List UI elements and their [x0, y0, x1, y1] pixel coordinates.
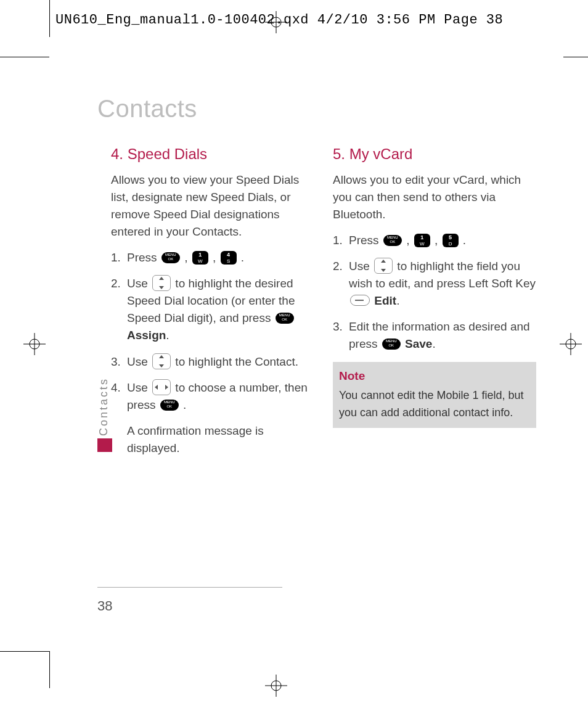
crop-mark [0, 651, 49, 652]
step-2: 2. Use to highlight the field you wish t… [333, 258, 536, 310]
step-text: Use [127, 381, 151, 394]
step-text: , [406, 234, 413, 247]
page-number: 38 [97, 598, 112, 614]
page-body: Contacts Contacts 4. Speed Dials Allows … [49, 57, 563, 651]
left-soft-key-icon [350, 295, 370, 306]
step-text: to highlight the Contact. [175, 355, 298, 368]
step-text: Press [349, 234, 382, 247]
menu-ok-key-icon [383, 235, 402, 246]
step-text: Edit the information as desired and pres… [349, 320, 530, 350]
step-1: 1. Press , 1W , 5D . [333, 232, 536, 249]
note-title: Note [339, 367, 530, 385]
step-number: 4. [111, 379, 127, 414]
menu-ok-key-icon [276, 313, 294, 324]
key-1-icon: 1W [414, 234, 430, 247]
menu-ok-key-icon [161, 252, 180, 263]
left-column: 4. Speed Dials Allows you to view your S… [111, 143, 314, 466]
section-heading-my-vcard: 5. My vCard [333, 143, 536, 165]
step-1: 1. Press , 1W , 4S . [111, 249, 314, 266]
crop-mark [0, 57, 49, 57]
nav-left-right-key-icon [152, 379, 171, 395]
crop-mark [49, 0, 50, 37]
side-tab-bar [97, 438, 112, 452]
step-2: 2. Use to highlight the desired Speed Di… [111, 275, 314, 344]
step-text: , [184, 251, 191, 264]
nav-up-down-key-icon [152, 353, 171, 369]
side-tab-label: Contacts [97, 375, 110, 436]
section-heading-speed-dials: 4. Speed Dials [111, 143, 314, 165]
step-text: . [432, 337, 435, 350]
edit-label: Edit [374, 294, 396, 307]
registration-mark-icon [265, 675, 287, 697]
crop-mark [49, 651, 50, 688]
registration-mark-icon [23, 333, 46, 355]
nav-up-down-key-icon [152, 275, 171, 291]
step-text: . [396, 294, 399, 307]
speed-dials-intro: Allows you to view your Speed Dials list… [111, 171, 314, 240]
step-text: Use [349, 260, 373, 273]
save-label: Save [405, 337, 432, 350]
step-3: 3. Use to highlight the Contact. [111, 353, 314, 371]
step-text: Use [127, 355, 151, 368]
key-4-icon: 4S [221, 251, 237, 265]
chapter-title: Contacts [97, 95, 197, 123]
step-3: 3. Edit the information as desired and p… [333, 318, 536, 353]
step-number: 3. [333, 318, 349, 353]
note-body: You cannot edit the Mobile 1 field, but … [339, 387, 530, 422]
step-number: 1. [111, 249, 127, 266]
step-number: 2. [111, 275, 127, 344]
menu-ok-key-icon [382, 339, 401, 350]
step-number: 3. [111, 353, 127, 371]
key-1-icon: 1W [192, 251, 208, 265]
step-text: . [183, 398, 186, 411]
step-text: Use [127, 277, 151, 290]
step-number: 2. [333, 258, 349, 310]
step-number: 1. [333, 232, 349, 249]
step-text: . [463, 234, 466, 247]
step-text: . [166, 329, 169, 342]
crop-mark [563, 57, 588, 57]
step-4: 4. Use to choose a number, then press . [111, 379, 314, 414]
print-slug: UN610_Eng_manual1.0-100402.qxd 4/2/10 3:… [55, 12, 503, 28]
step-text: , [435, 234, 441, 247]
assign-label: Assign [127, 329, 166, 342]
vcard-intro: Allows you to edit your vCard, which you… [333, 171, 536, 223]
right-column: 5. My vCard Allows you to edit your vCar… [333, 143, 536, 466]
key-5-icon: 5D [443, 234, 459, 247]
step-text: . [241, 251, 244, 264]
note-box: Note You cannot edit the Mobile 1 field,… [333, 362, 536, 428]
menu-ok-key-icon [160, 400, 179, 411]
step-text: , [213, 251, 219, 264]
step-text: Press [127, 251, 160, 264]
step-4-continuation: A confirmation message is displayed. [127, 422, 314, 457]
nav-up-down-key-icon [374, 258, 393, 274]
